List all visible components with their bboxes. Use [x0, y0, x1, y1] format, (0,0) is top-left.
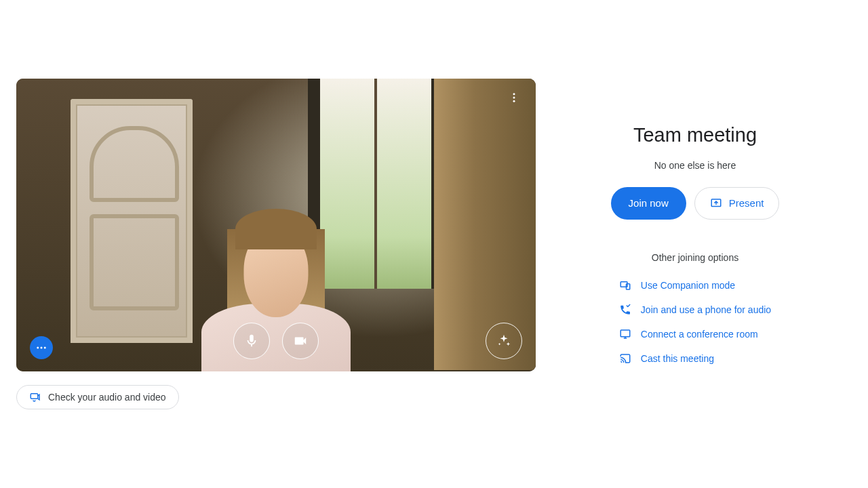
join-buttons-row: Join now Present — [611, 187, 780, 220]
conference-room-label: Connect a conference room — [641, 329, 758, 340]
videocam-icon — [293, 333, 308, 348]
mic-icon — [244, 333, 259, 348]
svg-point-1 — [513, 97, 515, 99]
check-audio-video-button[interactable]: Check your audio and video — [16, 385, 179, 409]
tune-icon — [29, 391, 41, 403]
pre-join-screen: Check your audio and video Team meeting … — [0, 0, 868, 488]
devices-icon — [619, 279, 631, 291]
present-button-label: Present — [729, 197, 764, 209]
more-vert-icon — [508, 92, 520, 104]
conference-room-link[interactable]: Connect a conference room — [619, 328, 758, 340]
more-options-button[interactable] — [505, 88, 524, 107]
svg-rect-6 — [31, 394, 38, 399]
other-joining-options: Use Companion mode Join and use a phone … — [619, 279, 771, 365]
svg-rect-10 — [620, 330, 630, 337]
meeting-room-icon — [619, 328, 631, 340]
video-controls — [16, 323, 536, 359]
other-options-heading: Other joining options — [652, 252, 738, 263]
toggle-camera-button[interactable] — [282, 323, 319, 359]
apply-effects-button[interactable] — [486, 323, 522, 359]
svg-point-2 — [513, 100, 515, 102]
join-now-button[interactable]: Join now — [611, 187, 686, 220]
phone-icon — [619, 304, 631, 316]
phone-audio-label: Join and use a phone for audio — [641, 304, 771, 315]
join-panel: Team meeting No one else is here Join no… — [549, 124, 868, 365]
cast-meeting-link[interactable]: Cast this meeting — [619, 352, 714, 365]
phone-audio-link[interactable]: Join and use a phone for audio — [619, 304, 771, 316]
svg-point-0 — [513, 93, 515, 95]
self-video-preview — [16, 79, 536, 371]
toggle-mic-button[interactable] — [233, 323, 270, 359]
meeting-title: Team meeting — [633, 124, 757, 146]
present-button[interactable]: Present — [694, 187, 780, 220]
cast-icon — [619, 352, 631, 365]
present-to-all-icon — [710, 197, 722, 209]
check-audio-video-label: Check your audio and video — [48, 392, 166, 403]
preview-panel: Check your audio and video — [0, 65, 549, 423]
sparkle-icon — [496, 333, 511, 348]
cast-meeting-label: Cast this meeting — [641, 353, 714, 364]
companion-mode-label: Use Companion mode — [641, 280, 735, 291]
presence-status: No one else is here — [654, 160, 736, 171]
companion-mode-link[interactable]: Use Companion mode — [619, 279, 735, 291]
